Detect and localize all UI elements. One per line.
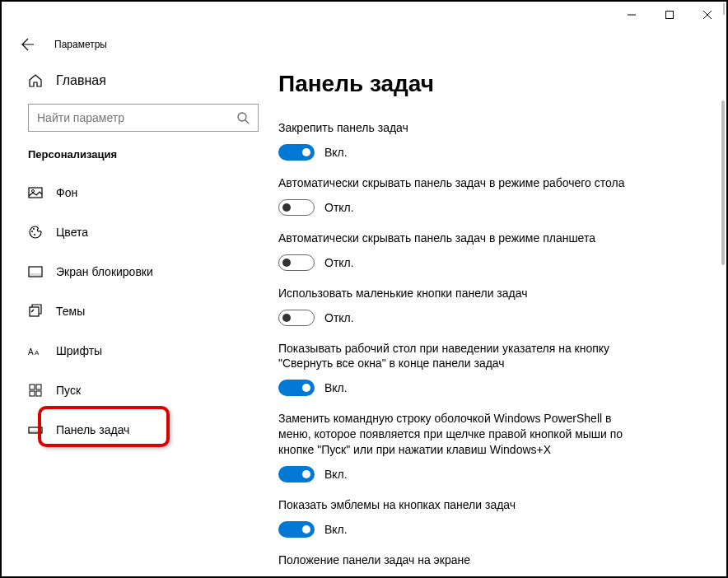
setting-label: Показывать рабочий стол при наведении ук…: [278, 341, 641, 372]
toggle-state-text: Откл.: [324, 311, 354, 324]
back-button[interactable]: [18, 35, 38, 54]
svg-rect-13: [30, 307, 39, 316]
setting-label: Заменить командную строку оболочкой Wind…: [278, 411, 641, 458]
svg-line-5: [245, 120, 249, 124]
toggle-switch[interactable]: [278, 144, 315, 161]
sidebar-item-label: Цвета: [56, 226, 88, 239]
window-top-indicator: [723, 3, 725, 15]
svg-rect-21: [29, 431, 42, 433]
sidebar-item-themes[interactable]: Темы: [15, 294, 252, 329]
setting-label: Автоматически скрывать панель задач в ре…: [278, 231, 641, 246]
close-button[interactable]: [688, 2, 726, 28]
lockscreen-icon: [28, 264, 43, 279]
sidebar: Главная Персонализация Фон Цвета Экран б…: [2, 61, 265, 576]
home-icon: [28, 73, 43, 88]
page-heading: Панель задач: [278, 71, 707, 97]
taskbar-icon: [28, 422, 43, 437]
palette-icon: [28, 225, 43, 240]
search-icon: [236, 111, 250, 124]
maximize-button[interactable]: [651, 2, 688, 28]
setting-item: Заменить командную строку оболочкой Wind…: [278, 411, 707, 482]
section-title: Персонализация: [28, 148, 252, 161]
setting-item: Показывать рабочий стол при наведении ук…: [278, 341, 707, 397]
setting-item: Автоматически скрывать панель задач в ре…: [278, 175, 707, 216]
sidebar-item-label: Шрифты: [56, 344, 102, 357]
svg-rect-19: [36, 391, 41, 396]
toggle-switch[interactable]: [278, 254, 315, 271]
setting-label: Закрепить панель задач: [278, 120, 641, 136]
sidebar-item-label: Пуск: [56, 384, 81, 397]
svg-rect-18: [30, 391, 35, 396]
svg-rect-17: [36, 385, 41, 389]
sidebar-item-lockscreen[interactable]: Экран блокировки: [15, 254, 252, 289]
fonts-icon: AA: [28, 343, 43, 358]
window-title: Параметры: [54, 39, 107, 50]
setting-item: Использовать маленькие кнопки панели зад…: [278, 286, 707, 326]
sidebar-item-start[interactable]: Пуск: [15, 373, 252, 408]
sidebar-item-colors[interactable]: Цвета: [15, 215, 252, 249]
minimize-button[interactable]: [613, 2, 651, 28]
toggle-switch[interactable]: [278, 199, 315, 216]
setting-label: Использовать маленькие кнопки панели зад…: [278, 286, 641, 301]
themes-icon: [28, 304, 43, 319]
svg-point-4: [238, 113, 246, 121]
home-label: Главная: [56, 73, 106, 88]
search-input[interactable]: [37, 111, 236, 124]
sidebar-item-background[interactable]: Фон: [15, 175, 252, 210]
toggle-switch[interactable]: [278, 380, 315, 396]
svg-point-8: [31, 231, 33, 232]
toggle-state-text: Вкл.: [324, 468, 348, 481]
dropdown-label: Положение панели задач на экране: [278, 552, 641, 568]
toggle-state-text: Откл.: [324, 256, 354, 269]
setting-label: Показать эмблемы на кнопках панели задач: [278, 497, 641, 513]
main-panel: Панель задач Закрепить панель задачВкл.А…: [265, 61, 726, 576]
setting-label: Автоматически скрывать панель задач в ре…: [278, 175, 641, 191]
start-icon: [28, 383, 43, 398]
home-link[interactable]: Главная: [28, 66, 252, 96]
svg-text:A: A: [35, 349, 40, 357]
sidebar-item-label: Темы: [56, 305, 85, 318]
toggle-state-text: Вкл.: [324, 146, 348, 159]
search-box[interactable]: [28, 104, 259, 132]
header-row: Параметры: [2, 28, 726, 61]
sidebar-item-fonts[interactable]: AA Шрифты: [15, 333, 252, 368]
toggle-switch[interactable]: [278, 521, 315, 538]
svg-rect-1: [666, 12, 674, 19]
svg-rect-12: [30, 273, 41, 276]
setting-item: Показать эмблемы на кнопках панели задач…: [278, 497, 707, 538]
toggle-state-text: Вкл.: [324, 381, 348, 394]
titlebar: [2, 2, 726, 28]
sidebar-item-label: Панель задач: [56, 423, 129, 436]
sidebar-item-label: Фон: [56, 186, 77, 199]
toggle-state-text: Откл.: [324, 201, 354, 214]
svg-point-10: [34, 234, 35, 235]
svg-text:A: A: [28, 347, 34, 357]
setting-item: Закрепить панель задачВкл.: [278, 120, 707, 161]
toggle-switch[interactable]: [278, 466, 315, 482]
setting-item: Автоматически скрывать панель задач в ре…: [278, 231, 707, 271]
svg-point-9: [33, 228, 35, 230]
svg-point-7: [32, 190, 35, 193]
sidebar-item-label: Экран блокировки: [56, 265, 153, 278]
sidebar-item-taskbar[interactable]: Панель задач: [15, 413, 252, 447]
svg-rect-16: [30, 385, 35, 389]
image-icon: [28, 185, 43, 200]
toggle-switch[interactable]: [278, 310, 315, 326]
toggle-state-text: Вкл.: [324, 523, 348, 536]
